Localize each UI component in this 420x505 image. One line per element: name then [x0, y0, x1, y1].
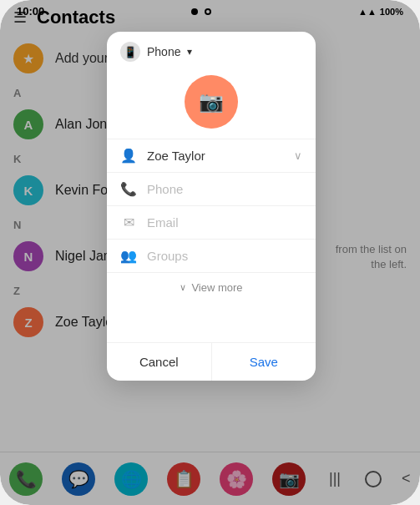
cancel-button[interactable]: Cancel	[107, 343, 211, 381]
phone-frame: 10:00 ▲▲ 100% ☰ Contacts ★ Add your fa..…	[0, 0, 420, 505]
groups-row[interactable]: 👥 Groups	[107, 239, 316, 272]
chevron-down-icon: ∨	[294, 149, 302, 162]
modal-avatar-area: 📷	[107, 68, 316, 139]
name-row[interactable]: 👤 Zoe Taylor ∨	[107, 139, 316, 172]
view-more-label: View more	[191, 281, 242, 294]
modal-header: 📱 Phone ▾	[107, 32, 316, 68]
phone-row[interactable]: 📞 Phone	[107, 172, 316, 205]
spacer	[107, 302, 316, 336]
phone-source-icon: 📱	[120, 42, 140, 62]
modal-footer: Cancel Save	[107, 342, 316, 381]
modal-source-label: Phone	[147, 45, 180, 58]
view-more-row[interactable]: ∨ View more	[107, 272, 316, 302]
groups-field[interactable]: Groups	[147, 249, 302, 263]
save-button[interactable]: Save	[211, 343, 316, 381]
email-row[interactable]: ✉ Email	[107, 205, 316, 239]
email-field[interactable]: Email	[147, 215, 302, 230]
phone-field[interactable]: Phone	[147, 182, 302, 196]
phone-icon: 📞	[120, 181, 137, 197]
chevron-down-icon[interactable]: ▾	[187, 46, 192, 58]
modal-card: 📱 Phone ▾ 📷 👤 Zoe Taylor ∨ 📞 Phone ✉ Ema…	[107, 32, 316, 381]
contact-name-field[interactable]: Zoe Taylor	[147, 149, 284, 163]
email-icon: ✉	[120, 215, 137, 230]
modal-avatar[interactable]: 📷	[185, 75, 238, 129]
person-icon: 👤	[120, 148, 137, 164]
groups-icon: 👥	[120, 248, 137, 264]
chevron-down-icon: ∨	[180, 282, 186, 293]
